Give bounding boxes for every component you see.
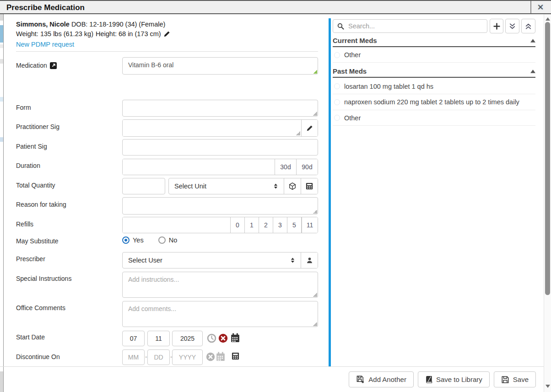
external-link-square-icon[interactable] (50, 62, 57, 69)
resize-handle[interactable] (296, 131, 300, 135)
refills-3-button[interactable]: 3 (273, 217, 287, 233)
start-date-month-input[interactable] (122, 331, 145, 346)
resize-handle[interactable] (313, 293, 317, 297)
background-page-fragment (0, 97, 3, 102)
panel-divider (329, 18, 331, 366)
refills-2-button[interactable]: 2 (259, 217, 273, 233)
add-med-button[interactable] (490, 19, 503, 33)
close-icon: ✕ (537, 2, 544, 12)
patient-height: Height: 68 in (173 cm) (96, 30, 161, 38)
pdmp-request-link[interactable]: New PDMP request (16, 40, 74, 48)
duration-90d-button[interactable]: 90d (296, 159, 318, 175)
start-date-calendar-icon[interactable] (231, 333, 240, 343)
refills-input[interactable] (123, 217, 230, 233)
duration-calculator-icon[interactable] (232, 352, 239, 360)
current-meds-title: Current Meds (333, 37, 377, 44)
plus-icon (493, 22, 501, 30)
dialog-title: Prescribe Medication (6, 3, 85, 12)
patient-demographics: DOB: 12-18-1990 (34) (Female) (71, 21, 166, 28)
start-date-clear-icon[interactable] (218, 333, 228, 343)
resize-handle[interactable] (313, 112, 317, 116)
current-meds-section-header[interactable]: Current Meds (333, 37, 535, 47)
medication-label: Medication (16, 62, 57, 69)
start-date-year-input[interactable] (172, 331, 203, 346)
caret-up-icon (530, 70, 535, 73)
refills-0-button[interactable]: 0 (230, 217, 244, 233)
add-another-button[interactable]: Add Another (349, 371, 414, 387)
scrollbar-down-arrow[interactable] (546, 385, 550, 388)
med-radio[interactable] (334, 115, 340, 121)
past-med-item-losartan[interactable]: losartan 100 mg tablet 1 qd hs (333, 79, 535, 94)
select-arrows-icon (290, 257, 295, 263)
form-label: Form (16, 104, 31, 111)
footer-buttons: Add Another Save to Library Save (349, 371, 536, 387)
discontinue-day-input[interactable] (147, 349, 170, 365)
quantity-calculator-button[interactable] (301, 178, 318, 194)
select-self-user-button[interactable] (301, 252, 318, 268)
collapse-all-button[interactable] (521, 19, 535, 33)
resize-handle[interactable] (313, 209, 317, 214)
substitute-no-radio[interactable] (158, 236, 166, 244)
refills-label: Refills (16, 220, 33, 228)
scrollbar-up-arrow[interactable] (546, 17, 550, 21)
footer-divider (0, 366, 544, 367)
prescriber-select[interactable]: Select User (123, 252, 301, 268)
duration-label: Duration (16, 162, 40, 169)
substitute-yes-label: Yes (133, 236, 144, 244)
close-button[interactable]: ✕ (531, 1, 550, 13)
user-icon (306, 257, 313, 264)
edit-measurements-pencil-icon[interactable] (163, 31, 170, 38)
reason-input[interactable] (122, 197, 318, 215)
office-comments-label: Office Comments (16, 304, 65, 311)
meds-search-input[interactable] (347, 22, 483, 30)
unit-select[interactable]: Select Unit (169, 178, 284, 194)
discontinue-month-input[interactable] (122, 349, 145, 365)
med-radio[interactable] (334, 52, 340, 58)
search-icon (337, 23, 344, 30)
duration-30d-button[interactable]: 30d (275, 159, 296, 175)
discontinue-clear-icon[interactable] (206, 352, 215, 361)
may-substitute-label: May Substitute (16, 237, 59, 245)
substitute-yes-radio[interactable] (122, 236, 130, 244)
total-quantity-label: Total Quantity (16, 182, 55, 189)
current-med-item-other[interactable]: Other (333, 48, 535, 63)
discontinue-year-input[interactable] (172, 349, 203, 365)
total-quantity-input[interactable] (122, 178, 165, 194)
double-chevron-down-icon (509, 23, 516, 30)
meds-search-box (333, 19, 487, 33)
patient-sig-input[interactable] (122, 139, 318, 156)
expand-all-button[interactable] (505, 19, 519, 33)
office-comments-input[interactable] (122, 301, 318, 327)
med-radio[interactable] (334, 83, 340, 89)
duration-input[interactable] (123, 159, 275, 175)
special-instructions-label: Special Instructions (16, 275, 71, 282)
start-date-time-icon[interactable] (207, 333, 216, 343)
past-med-item-naproxen[interactable]: naproxen sodium 220 mg tablet 2 tablets … (333, 94, 535, 110)
past-med-item-other[interactable]: Other (333, 110, 535, 126)
resize-handle[interactable] (313, 322, 317, 326)
patient-weight: Weight: 135 lbs (61.23 kg) (16, 30, 93, 38)
start-date-day-input[interactable] (147, 331, 170, 346)
patient-measurements-line: Weight: 135 lbs (61.23 kg) Height: 68 in… (16, 30, 170, 38)
refills-5-button[interactable]: 5 (287, 217, 301, 233)
discontinue-on-label: Discontinue On (16, 353, 60, 360)
discontinue-calendar-icon[interactable] (216, 352, 225, 361)
past-meds-title: Past Meds (333, 67, 367, 75)
save-to-library-button[interactable]: Save to Library (418, 371, 490, 387)
edit-sig-button[interactable] (301, 120, 318, 136)
refills-1-button[interactable]: 1 (244, 217, 259, 233)
refills-11-button[interactable]: 11 (301, 217, 318, 233)
past-meds-section-header[interactable]: Past Meds (333, 67, 535, 78)
scrollbar-thumb[interactable] (545, 22, 550, 295)
save-button[interactable]: Save (494, 371, 536, 387)
practitioner-sig-input[interactable] (123, 120, 301, 136)
med-radio[interactable] (334, 99, 340, 105)
special-instructions-input[interactable] (122, 272, 318, 298)
resize-handle[interactable] (313, 70, 317, 74)
background-page-fragment (0, 137, 3, 142)
form-input[interactable] (122, 100, 318, 117)
medication-input[interactable]: Vitamin B-6 oral (122, 57, 318, 75)
patient-name-line: Simmons, Nicole DOB: 12-18-1990 (34) (Fe… (16, 21, 165, 28)
background-page-fragment (0, 59, 3, 64)
package-lookup-button[interactable] (284, 178, 301, 194)
